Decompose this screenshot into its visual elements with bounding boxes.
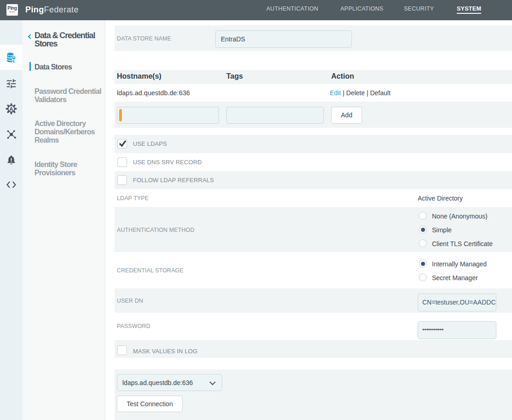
svg-text:A: A: [9, 106, 13, 112]
